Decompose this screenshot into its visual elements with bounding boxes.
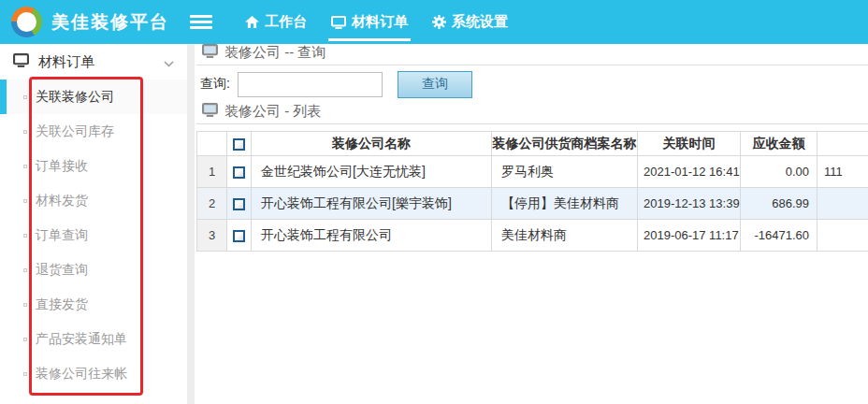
column-header-supplier-name: 装修公司供货商档案名称 [492,132,638,156]
company-table: 装修公司名称 装修公司供货商档案名称 关联时间 应收金额 1 金世纪装饰公司[大… [196,131,868,252]
select-all-checkbox[interactable] [233,138,245,151]
bullet-icon [23,372,27,376]
table-row[interactable]: 1 金世纪装饰公司[大连无忧装] 罗马利奥 2021-01-12 16:41 0… [197,156,868,188]
monitor-icon [202,103,218,121]
company-name-cell: 开心装饰工程有限公司 [252,220,492,252]
row-checkbox[interactable] [233,166,245,179]
sidebar-item-material-shipment[interactable]: 材料发货 [0,183,187,218]
sidebar-group-label: 材料订单 [38,53,94,71]
bullet-icon [23,338,27,341]
sidebar-item-order-query[interactable]: 订单查询 [0,218,187,252]
sidebar-menu: 关联装修公司 关联公司库存 订单接收 材料发货 订单查询 [0,79,187,391]
monitor-icon [13,53,29,70]
bullet-icon [23,268,27,272]
bullet-icon [23,303,27,307]
home-icon [245,16,259,28]
receivable-cell: 686.99 [741,188,817,220]
monitor-icon [331,16,346,29]
content-layout: 材料订单 关联装修公司 关联公司库存 订单接收 [0,44,868,404]
top-nav: 工作台 材料订单 [233,0,520,44]
nav-item-label: 材料订单 [352,13,408,31]
row-number: 1 [197,156,227,188]
nav-item-system-settings[interactable]: 系统设置 [420,0,520,44]
query-form: 查询: 查询 [196,65,868,103]
list-section-header: 装修公司 - 列表 [196,103,868,124]
sidebar-item-company-account[interactable]: 装修公司往来帐 [0,356,187,391]
row-number: 3 [197,220,227,252]
query-section-header: 装修公司 -- 查询 [196,44,868,65]
menu-toggle-button[interactable] [190,12,212,32]
nav-item-label: 系统设置 [452,13,508,31]
query-section-title: 装修公司 -- 查询 [224,44,326,62]
list-section-title: 装修公司 - 列表 [224,103,321,121]
company-name-cell: 开心装饰工程有限公司[樂宇装饰] [252,188,492,220]
column-header-company-name: 装修公司名称 [252,132,492,156]
app-window: 美佳装修平台 工作台 材料订单 [0,0,868,404]
bullet-icon [23,130,27,134]
bullet-icon [23,165,27,168]
linked-time-cell: 2019-12-13 13:39 [638,188,741,220]
nav-item-label: 工作台 [265,13,307,31]
bullet-icon [23,234,27,238]
sidebar-item-label: 退货查询 [36,262,88,279]
sidebar-item-label: 关联装修公司 [36,89,114,106]
brand-logo-icon [11,7,42,37]
sidebar-item-label: 关联公司库存 [36,123,114,140]
sidebar-item-label: 产品安装通知单 [36,331,127,348]
extra-cell [817,220,868,252]
query-label: 查询: [200,76,230,93]
sidebar-item-label: 材料发货 [36,193,88,209]
bullet-icon [23,199,27,203]
sidebar-item-label: 订单查询 [36,227,88,244]
gear-icon [432,15,446,29]
sidebar-group-material-orders[interactable]: 材料订单 [0,44,187,79]
top-bar: 美佳装修平台 工作台 材料订单 [0,0,868,44]
row-select-cell [227,156,252,188]
supplier-name-cell: 【停用】美佳材料商 [492,188,638,220]
nav-item-material-orders[interactable]: 材料订单 [319,0,420,44]
sidebar-item-order-receive[interactable]: 订单接收 [0,149,187,183]
row-number-header [197,132,227,156]
sidebar-item-label: 订单接收 [36,158,88,175]
nav-item-workbench[interactable]: 工作台 [233,0,319,44]
linked-time-cell: 2021-01-12 16:41 [638,156,741,188]
table-header-row: 装修公司名称 装修公司供货商档案名称 关联时间 应收金额 [197,132,868,156]
chevron-down-icon [164,54,174,70]
sidebar-item-label: 装修公司往来帐 [36,366,127,382]
row-number: 2 [197,188,227,220]
company-name-cell: 金世纪装饰公司[大连无忧装] [252,156,492,188]
sidebar-item-label: 直接发货 [36,296,88,313]
table-row[interactable]: 2 开心装饰工程有限公司[樂宇装饰] 【停用】美佳材料商 2019-12-13 … [197,188,868,220]
main-panel: 装修公司 -- 查询 查询: 查询 装修公司 - 列表 [195,44,868,404]
row-checkbox[interactable] [233,230,245,242]
row-select-cell [227,188,252,220]
receivable-cell: -16471.60 [741,220,817,252]
linked-time-cell: 2019-06-17 11:17 [638,220,741,252]
column-header-receivable: 应收金额 [741,132,817,156]
sidebar: 材料订单 关联装修公司 关联公司库存 订单接收 [0,44,187,404]
extra-cell: 111 [817,156,868,188]
extra-cell [817,188,868,220]
query-input[interactable] [238,72,383,97]
row-checkbox[interactable] [233,198,245,210]
sidebar-main-divider [187,44,195,404]
receivable-cell: 0.00 [741,156,817,188]
sidebar-item-link-decoration-company[interactable]: 关联装修公司 [0,79,187,114]
brand-title: 美佳装修平台 [51,10,169,35]
monitor-icon [202,44,218,62]
sidebar-item-install-notice[interactable]: 产品安装通知单 [0,322,187,356]
sidebar-item-return-query[interactable]: 退货查询 [0,252,187,287]
brand-logo-center [17,12,36,32]
supplier-name-cell: 罗马利奥 [492,156,638,188]
supplier-name-cell: 美佳材料商 [492,220,638,252]
table-row[interactable]: 3 开心装饰工程有限公司 美佳材料商 2019-06-17 11:17 -164… [197,220,868,252]
bullet-icon [23,95,27,99]
sidebar-item-linked-company-stock[interactable]: 关联公司库存 [0,114,187,149]
column-header-linked-time: 关联时间 [638,132,741,156]
sidebar-item-direct-shipment[interactable]: 直接发货 [0,287,187,322]
column-header-extra [817,132,868,156]
row-select-cell [227,220,252,252]
query-button[interactable]: 查询 [398,71,472,98]
select-all-header [227,132,252,156]
